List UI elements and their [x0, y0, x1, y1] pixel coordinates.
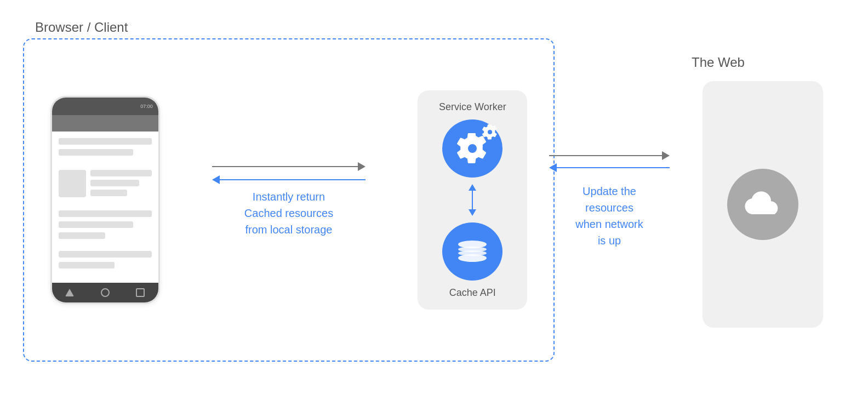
- the-web-label: The Web: [692, 55, 745, 70]
- resources-text: resources: [575, 199, 643, 216]
- middle-area: Instantly return Cached resources from l…: [212, 96, 366, 304]
- from-local-storage-text: from local storage: [244, 221, 333, 238]
- instantly-return-text: Instantly return: [244, 188, 333, 205]
- phone-status-text: 07:00: [140, 104, 153, 109]
- arrow-line-right-1: [212, 166, 358, 167]
- update-the-text: Update the: [575, 183, 643, 199]
- gear-small-icon: [482, 124, 498, 140]
- arrow-sw-to-web: [549, 151, 670, 160]
- phone-back-icon: [65, 289, 74, 296]
- web-panel: [703, 81, 823, 328]
- phone-mockup: 07:00: [50, 96, 160, 304]
- arrow-head-right-2: [662, 151, 670, 160]
- phone-recents-icon: [136, 288, 145, 297]
- phone-content-row-1: [59, 170, 152, 197]
- service-worker-label: Service Worker: [439, 101, 506, 113]
- browser-client-section: Browser / Client 07:00: [23, 38, 555, 362]
- arrow-line-left-2: [557, 167, 670, 168]
- arrow-head-right-1: [358, 162, 366, 171]
- phone-content-line-1: [59, 138, 152, 145]
- web-section: The Web: [692, 38, 834, 362]
- phone-status-bar: 07:00: [52, 98, 158, 115]
- cache-api-icon-circle: [442, 222, 502, 281]
- vertical-double-arrow: [469, 184, 476, 216]
- phone-line-c: [90, 190, 127, 196]
- arrow-phone-to-sw: [212, 162, 366, 171]
- phone-toolbar: [52, 115, 158, 132]
- arrow-sw-to-phone: [212, 175, 366, 184]
- arrow-line-right-2: [549, 155, 662, 156]
- when-network-text: when network: [575, 216, 643, 232]
- update-text-block: Update the resources when network is up: [575, 183, 643, 249]
- phone-content: [52, 132, 158, 275]
- is-up-text: is up: [575, 232, 643, 249]
- db-bottom: [458, 254, 487, 262]
- phone-nav-bar: [52, 283, 158, 302]
- phone-content-line-7: [59, 262, 115, 268]
- phone-content-lines: [90, 170, 152, 197]
- arrow-head-left-2: [549, 163, 557, 172]
- service-worker-icon-circle: [442, 119, 502, 178]
- browser-client-label: Browser / Client: [35, 20, 128, 35]
- database-icon: [458, 241, 487, 262]
- cloud-icon-circle: [727, 169, 798, 240]
- cloud-icon: [743, 190, 783, 219]
- arrow-head-left-1: [212, 175, 220, 184]
- arrow-line-left-1: [220, 179, 366, 180]
- phone-content-image: [59, 170, 86, 197]
- service-worker-panel: Service Worker: [418, 90, 527, 310]
- phone-content-line-4: [59, 221, 133, 228]
- phone-content-line-3: [59, 210, 152, 217]
- phone-line-b: [90, 180, 140, 186]
- arrow-web-to-sw: [549, 163, 670, 172]
- v-line: [472, 191, 473, 209]
- phone-line-a: [90, 170, 152, 176]
- right-arrow-area: Update the resources when network is up: [549, 38, 670, 362]
- phone-content-line-2: [59, 149, 133, 156]
- cached-text-block: Instantly return Cached resources from l…: [244, 188, 333, 238]
- diagram-container: Browser / Client 07:00: [23, 14, 845, 386]
- cache-api-label: Cache API: [449, 287, 496, 299]
- v-arrow-up: [469, 184, 476, 191]
- v-arrow-down: [469, 209, 476, 216]
- phone-content-line-6: [59, 251, 152, 258]
- phone-content-line-5: [59, 232, 105, 239]
- cached-resources-text: Cached resources: [244, 205, 333, 221]
- phone-home-icon: [101, 288, 110, 297]
